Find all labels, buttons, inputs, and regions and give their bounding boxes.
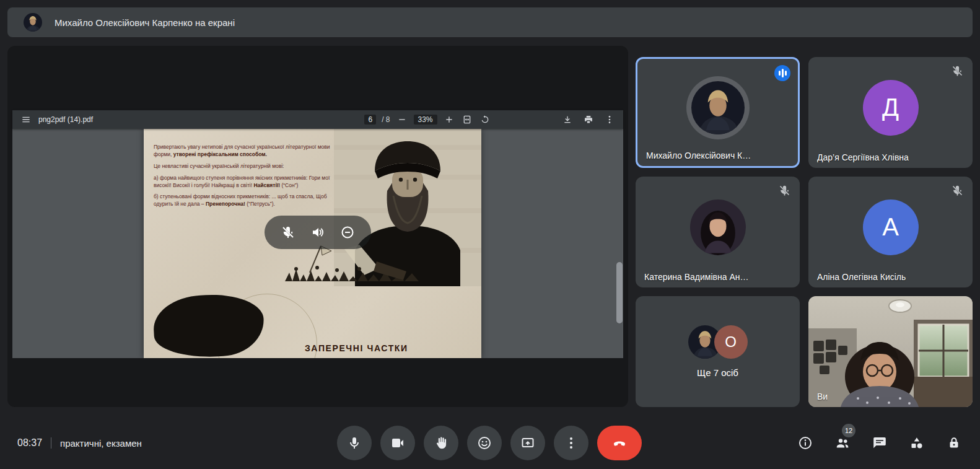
zoom-in-button[interactable] [443,113,455,126]
mic-button[interactable] [337,426,372,460]
chat-icon [872,436,887,450]
people-icon [835,436,850,450]
pdf-toolbar-right [561,113,616,126]
participant-name: Катерина Вадимівна Ан… [644,272,748,282]
pdf-filename: png2pdf (14).pdf [38,115,93,124]
more-options-button[interactable] [554,426,588,460]
emoji-button[interactable] [467,426,502,460]
info-button[interactable] [798,436,813,450]
avatar-letter: А [863,199,919,255]
pdf-toolbar-center: 6 / 8 33% [364,113,491,126]
volume-icon[interactable] [310,225,325,240]
participant-tile-mykhailo[interactable]: Михайло Олексійович К… [636,57,800,168]
camera-icon [390,436,405,450]
download-icon [562,115,572,125]
host-controls-lock-icon [947,436,961,450]
slide-text: (“Петрусь”). [245,201,275,207]
activities-button[interactable] [909,436,924,450]
pdf-menu-button[interactable] [20,113,32,126]
overflow-avatars: О [688,325,748,359]
participant-tile-alina[interactable]: А Аліна Олегівна Кисіль [808,177,973,287]
pdf-toolbar: png2pdf (14).pdf 6 / 8 33% [12,110,623,129]
participant-tile-daria[interactable]: Д Дар’я Сергіївна Хлівна [808,57,973,168]
avatar-letter: Д [863,80,919,136]
slide-text-bold: утворені префіксальним способом. [173,151,267,157]
menu-icon [21,115,31,125]
overflow-tile[interactable]: О Ще 7 осіб [636,296,800,407]
mic-muted-icon [951,184,964,197]
present-icon [520,436,535,450]
avatar-photo [690,199,746,255]
download-button[interactable] [561,113,574,126]
pdf-scrollbar-thumb[interactable] [616,262,623,324]
more-vert-icon [564,436,579,450]
pdf-page-input[interactable]: 6 [364,115,376,125]
participant-name: Дар’я Сергіївна Хлівна [817,152,909,162]
self-video-feed [808,296,973,407]
more-vert-icon [605,115,615,125]
zoom-in-icon [444,115,454,125]
avatar-letter: О [714,325,748,359]
screen-share-banner-text: Михайло Олексійович Карпенко на екрані [55,17,235,28]
slide-paragraph: Привертають увагу нетипові для сучасної … [154,144,333,159]
rotate-button[interactable] [479,113,491,126]
divider [51,437,51,449]
zoom-out-button[interactable] [395,113,408,126]
self-name-label: Ви [817,392,828,401]
participant-tile-kateryna[interactable]: Катерина Вадимівна Ан… [636,177,800,287]
participant-name: Аліна Олегівна Кисіль [817,272,906,282]
call-end-icon [612,436,627,450]
people-button[interactable]: 12 [835,436,850,450]
meeting-info: 08:37 практичні, екзамен [0,437,337,449]
presentation-stage[interactable]: png2pdf (14).pdf 6 / 8 33% [7,46,628,407]
presentation-hover-controls [265,216,371,249]
slide-text: а) форма найвищого ступеня порівняння як… [154,175,330,188]
mic-muted-icon [778,184,791,197]
presenter-avatar-photo [24,13,42,32]
self-view-tile[interactable]: Ви [808,296,973,407]
mic-off-icon[interactable] [281,225,295,240]
zoom-out-icon [396,115,406,125]
slide-text-block: Привертають увагу нетипові для сучасної … [154,144,333,213]
bottom-bar: 08:37 практичні, екзамен 12 [0,417,980,469]
screen-share-banner: Михайло Олексійович Карпенко на екрані [7,7,973,37]
fit-page-icon [462,115,472,125]
clock-time: 08:37 [17,437,42,449]
raise-hand-button[interactable] [424,426,458,460]
slide-text-bold: Пренепорочна! [206,201,245,207]
pdf-more-button[interactable] [603,113,616,126]
host-controls-button[interactable] [947,436,961,450]
shared-screen-window: png2pdf (14).pdf 6 / 8 33% [12,110,623,358]
fit-page-button[interactable] [461,113,473,126]
speaking-indicator-icon [774,65,790,81]
raise-hand-icon [434,436,448,450]
mic-icon [347,436,362,450]
camera-button[interactable] [380,426,415,460]
participant-name: Михайло Олексійович К… [646,151,751,160]
print-icon [584,115,593,125]
mic-muted-icon [951,64,964,77]
emoji-icon [477,436,492,450]
chat-button[interactable] [872,436,887,450]
meeting-name: практичні, екзамен [60,438,142,449]
call-controls [337,426,642,460]
activities-icon [909,436,924,450]
slide-paragraph: а) форма найвищого ступеня порівняння як… [154,175,333,190]
remove-circle-icon[interactable] [340,225,355,240]
panel-buttons: 12 [642,436,980,450]
end-call-button[interactable] [597,426,642,460]
pdf-content-area[interactable]: Привертають увагу нетипові для сучасної … [12,129,623,358]
avatar-ring [686,76,750,139]
pdf-zoom-level: 33% [413,115,437,125]
overflow-content: О Ще 7 осіб [688,325,748,378]
pdf-toolbar-left: png2pdf (14).pdf [20,113,93,126]
pdf-page-total: / 8 [382,115,390,124]
crowd-engraving-image [285,244,424,285]
participants-grid: Михайло Олексійович К… Д Дар’я Сергіївна… [636,57,973,407]
slide-text-bold: Найсвятії! [253,182,280,188]
rotate-icon [480,115,490,125]
print-button[interactable] [582,113,595,126]
slide-paragraph: Це невластиві сучасній українській літер… [154,163,333,170]
presenter-avatar [24,13,42,32]
present-button[interactable] [510,426,545,460]
